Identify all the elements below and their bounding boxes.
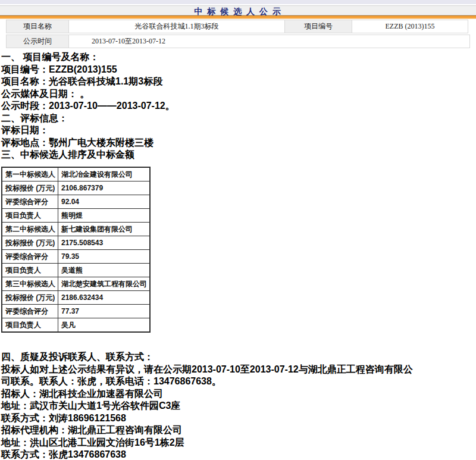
row-value: 新七建设集团有限公司 xyxy=(58,223,151,236)
row-label: 项目负责人 xyxy=(2,318,58,333)
row-value: 92.04 xyxy=(58,195,151,209)
info-value-project-number: EZZB (2013)155 xyxy=(352,20,468,33)
section-4-contacts: 四、质疑及投诉联系人、联系方式： 投标人如对上述公示结果有异议，请在公示期201… xyxy=(1,351,475,460)
objection-paragraph-line2: 司联系。联系人：张虎，联系电话：13476867638。 xyxy=(1,375,475,388)
table-row: 评委综合评分 92.04 xyxy=(2,195,150,209)
section3-heading: 三、中标候选人排序及中标金额 xyxy=(1,149,475,161)
table-row: 第二中标候选人 新七建设集团有限公司 xyxy=(2,223,150,236)
table-row: 评委综合评分 77.37 xyxy=(2,305,150,318)
table-row: 投标报价 (万元) 2186.632434 xyxy=(2,291,150,305)
row-label: 评委综合评分 xyxy=(2,250,58,264)
candidates-table: 第一中标候选人 湖北冶金建设有限公司 投标报价 (万元) 2106.867379… xyxy=(1,167,151,333)
table-row: 项目负责人 熊明煜 xyxy=(2,209,150,223)
row-label: 投标报价 (万元) xyxy=(2,236,58,250)
table-row: 项目负责人 吴道熊 xyxy=(2,264,150,277)
row-value: 吴道熊 xyxy=(58,264,151,277)
evaluation-place-line: 评标地点：鄂州广电大楼东附楼三楼 xyxy=(1,137,475,149)
section2-heading: 二、评标信息： xyxy=(1,112,475,125)
publicity-period-line: 公示时段：2013-07-10——2013-07-12。 xyxy=(1,100,475,112)
page-title: 中 标 候 选 人 公 示 xyxy=(194,7,281,16)
sections-1-to-3: 一、 项目编号及名称： 项目编号：EZZB(2013)155 项目名称：光谷联合… xyxy=(1,51,475,161)
info-value-project-name: 光谷联合科技城1.1期3标段 xyxy=(68,20,285,33)
row-label: 项目负责人 xyxy=(2,209,58,223)
info-label-project-number: 项目编号 xyxy=(284,20,352,33)
row-value: 湖北楚安建筑工程有限公司 xyxy=(58,277,151,291)
row-label: 第二中标候选人 xyxy=(2,223,58,236)
tenderer-address-line: 地址：武汉市关山大道1号光谷软件园C3座 xyxy=(1,400,475,412)
section1-heading: 一、 项目编号及名称： xyxy=(1,51,475,64)
row-label: 评委综合评分 xyxy=(2,195,58,209)
row-value: 吴凡 xyxy=(58,318,151,333)
project-info-table: 项目名称 光谷联合科技城1.1期3标段 项目编号 EZZB (2013)155 … xyxy=(6,20,470,49)
accent-divider xyxy=(0,15,476,19)
info-value-publicity-time: 2013-07-10至2013-07-12 xyxy=(68,35,470,48)
row-value: 2175.508543 xyxy=(58,236,151,250)
tenderer-contact-line: 联系方式：刘涛18696121568 xyxy=(1,412,475,425)
row-label: 投标报价 (万元) xyxy=(2,182,58,195)
row-value: 79.35 xyxy=(58,250,151,264)
row-value: 77.37 xyxy=(58,305,151,318)
agency-address-line: 地址：洪山区北港工业园文治街16号1栋2层 xyxy=(1,437,475,449)
info-label-project-name: 项目名称 xyxy=(6,20,69,33)
row-value: 2186.632434 xyxy=(58,291,151,305)
row-label: 项目负责人 xyxy=(2,264,58,277)
table-row: 评委综合评分 79.35 xyxy=(2,250,150,264)
agency-line: 招标代理机构：湖北鼎正工程咨询有限公司 xyxy=(1,424,475,437)
table-row: 项目负责人 吴凡 xyxy=(2,318,150,333)
row-label: 第三中标候选人 xyxy=(2,277,58,291)
info-label-publicity-time: 公示时间 xyxy=(6,35,69,48)
row-label: 第一中标候选人 xyxy=(2,167,58,182)
table-row: 第三中标候选人 湖北楚安建筑工程有限公司 xyxy=(2,277,150,291)
publicity-media-line: 公示媒体及日期： 。 xyxy=(1,88,475,101)
tenderer-line: 招标人：湖北科技企业加速器有限公司 xyxy=(1,388,475,400)
row-value: 2106.867379 xyxy=(58,182,151,195)
table-row: 投标报价 (万元) 2175.508543 xyxy=(2,236,150,250)
row-value: 湖北冶金建设有限公司 xyxy=(58,167,151,182)
row-label: 投标报价 (万元) xyxy=(2,291,58,305)
agency-contact-line: 联系方式：张虎13476867638 xyxy=(1,449,475,460)
section4-heading: 四、质疑及投诉联系人、联系方式： xyxy=(1,351,475,364)
row-value: 熊明煜 xyxy=(58,209,151,223)
table-row: 第一中标候选人 湖北冶金建设有限公司 xyxy=(2,167,150,182)
evaluation-date-line: 评标日期： xyxy=(1,124,475,137)
row-label: 评委综合评分 xyxy=(2,305,58,318)
announcement-page: { "colors": { "accent_orange": "#f5a33c"… xyxy=(0,0,476,460)
project-name-line: 项目名称：光谷联合科技城1.1期3标段 xyxy=(1,76,475,88)
info-row-project: 项目名称 光谷联合科技城1.1期3标段 项目编号 EZZB (2013)155 xyxy=(6,20,470,33)
page-title-bar: 中 标 候 选 人 公 示 xyxy=(0,5,476,15)
project-number-line: 项目编号：EZZB(2013)155 xyxy=(1,64,475,76)
table-row: 投标报价 (万元) 2106.867379 xyxy=(2,182,150,195)
info-row-publicity-time: 公示时间 2013-07-10至2013-07-12 xyxy=(6,35,470,48)
top-strip xyxy=(0,0,476,4)
objection-paragraph-line1: 投标人如对上述公示结果有异议，请在公示期2013-07-10至2013-07-1… xyxy=(1,364,475,376)
